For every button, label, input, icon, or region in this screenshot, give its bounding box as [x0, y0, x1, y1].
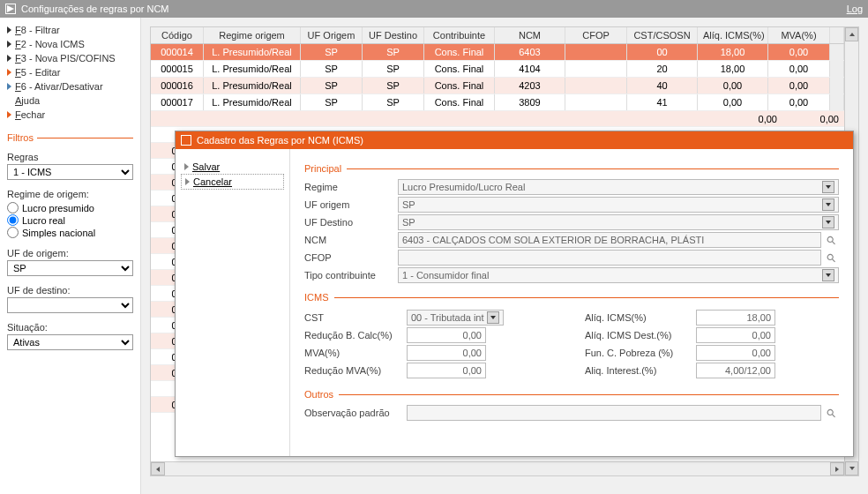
aliq-interest-field[interactable]: 4,00/12,00: [696, 363, 775, 378]
table-row[interactable]: 0,000,00: [151, 111, 858, 127]
window-title: Configurações de regras por NCM: [21, 4, 169, 14]
menu-item[interactable]: F6 - Ativar/Desativar: [7, 79, 133, 94]
search-icon[interactable]: [827, 407, 839, 419]
scroll-up-icon[interactable]: [845, 27, 858, 41]
table-row[interactable]: 000017L. Presumido/RealSPSPCons. Final38…: [151, 94, 858, 111]
uf-origem-select[interactable]: SP: [7, 260, 133, 276]
reducao-mva-field[interactable]: 0,00: [407, 363, 486, 378]
grid-body[interactable]: 000014L. Presumido/RealSPSPCons. Final64…: [151, 44, 858, 111]
table-row[interactable]: 000015L. Presumido/RealSPSPCons. Final41…: [151, 61, 858, 78]
chevron-down-icon[interactable]: [822, 198, 834, 211]
sidebar: F8 - FiltrarF2 - Nova ICMSF3 - Nova PIS/…: [0, 18, 141, 494]
outros-header: Outros: [304, 389, 333, 400]
chevron-down-icon[interactable]: [487, 311, 499, 324]
triangle-icon: [7, 26, 11, 34]
chevron-down-icon[interactable]: [822, 269, 834, 281]
menu-item[interactable]: F2 - Nova ICMS: [7, 37, 133, 51]
menu-item[interactable]: Fechar: [7, 108, 133, 122]
regras-label: Regras: [7, 152, 133, 162]
column-header[interactable]: Contribuinte: [424, 27, 495, 43]
ncm-field[interactable]: 6403 - CALÇADOS COM SOLA EXTERIOR DE BOR…: [398, 232, 821, 248]
horizontal-scrollbar[interactable]: [151, 461, 844, 475]
situacao-select[interactable]: Ativas: [7, 334, 133, 350]
scroll-right-icon[interactable]: [830, 462, 844, 475]
filters-header: Filtros: [7, 132, 133, 143]
dialog-title: Cadastro das Regras por NCM (ICMS): [197, 135, 363, 146]
menu-item[interactable]: F8 - Filtrar: [7, 23, 133, 37]
column-header[interactable]: CFOP: [565, 27, 627, 43]
content-area: CódigoRegime origemUF OrigemUF DestinoCo…: [141, 18, 868, 494]
column-header[interactable]: UF Destino: [363, 27, 424, 43]
dialog-sidebar: Salvar Cancelar: [176, 149, 290, 456]
triangle-icon: [7, 41, 11, 48]
triangle-icon: [7, 111, 11, 118]
log-link[interactable]: Log: [847, 4, 863, 14]
window-titlebar: Configurações de regras por NCM Log: [0, 0, 868, 18]
tipo-contribuinte-field[interactable]: 1 - Consumidor final: [398, 267, 839, 283]
scroll-down-icon[interactable]: [845, 461, 858, 475]
search-icon[interactable]: [827, 251, 839, 264]
dialog-icon: [181, 135, 191, 146]
regime-radio[interactable]: [7, 214, 19, 226]
dialog-form: Principal RegimeLucro Presumido/Lucro Re…: [290, 149, 853, 456]
regime-radio[interactable]: [7, 202, 19, 213]
table-row[interactable]: 000016L. Presumido/RealSPSPCons. Final42…: [151, 78, 858, 94]
aliq-icms-field[interactable]: 18,00: [696, 310, 775, 326]
regime-label: Regime de origem:: [7, 189, 133, 199]
chevron-down-icon[interactable]: [822, 216, 834, 228]
ncm-rule-dialog: Cadastro das Regras por NCM (ICMS) Salva…: [175, 131, 854, 457]
scroll-left-icon[interactable]: [151, 462, 165, 475]
uf-origem-label: UF de origem:: [7, 248, 133, 258]
uf-destino-field[interactable]: SP: [398, 214, 839, 230]
situacao-label: Situação:: [7, 322, 133, 333]
observacao-field[interactable]: [407, 405, 821, 421]
mva-field[interactable]: 0,00: [407, 345, 486, 361]
triangle-icon: [7, 55, 11, 62]
aliq-icms-dest-field[interactable]: 0,00: [696, 327, 775, 343]
cfop-field[interactable]: [398, 250, 821, 266]
menu-item[interactable]: Ajuda: [7, 94, 133, 108]
icms-header: ICMS: [304, 292, 329, 303]
cancelar-button[interactable]: Cancelar: [181, 174, 284, 190]
regras-select[interactable]: 1 - ICMS: [7, 164, 133, 180]
column-header[interactable]: NCM: [495, 27, 565, 43]
column-header[interactable]: MVA(%): [768, 27, 830, 43]
table-row[interactable]: 000014L. Presumido/RealSPSPCons. Final64…: [151, 44, 858, 61]
dialog-titlebar: Cadastro das Regras por NCM (ICMS): [176, 131, 853, 149]
menu-item[interactable]: F5 - Editar: [7, 65, 133, 79]
reducao-bc-field[interactable]: 0,00: [407, 327, 486, 343]
column-header[interactable]: Código: [151, 27, 204, 43]
triangle-icon: [7, 83, 11, 90]
uf-origem-field[interactable]: SP: [398, 197, 839, 213]
grid-header: CódigoRegime origemUF OrigemUF DestinoCo…: [151, 27, 858, 44]
app-icon: [5, 4, 16, 14]
cst-field[interactable]: 00 - Tributada int: [407, 310, 504, 326]
search-icon[interactable]: [827, 234, 839, 246]
salvar-button[interactable]: Salvar: [181, 160, 284, 174]
uf-destino-select[interactable]: [7, 297, 133, 313]
column-header[interactable]: Alíq. ICMS(%): [698, 27, 768, 43]
chevron-down-icon[interactable]: [822, 181, 834, 193]
fcp-field[interactable]: 0,00: [696, 345, 775, 361]
column-header[interactable]: CST/CSOSN: [627, 27, 698, 43]
column-header[interactable]: Regime origem: [204, 27, 301, 43]
uf-destino-label: UF de destino:: [7, 285, 133, 296]
menu-item[interactable]: F3 - Nova PIS/COFINS: [7, 51, 133, 65]
principal-header: Principal: [304, 163, 341, 174]
regime-radio[interactable]: [7, 227, 19, 238]
triangle-icon: [7, 69, 11, 76]
column-header[interactable]: UF Origem: [301, 27, 363, 43]
regime-field[interactable]: Lucro Presumido/Lucro Real: [398, 179, 839, 195]
